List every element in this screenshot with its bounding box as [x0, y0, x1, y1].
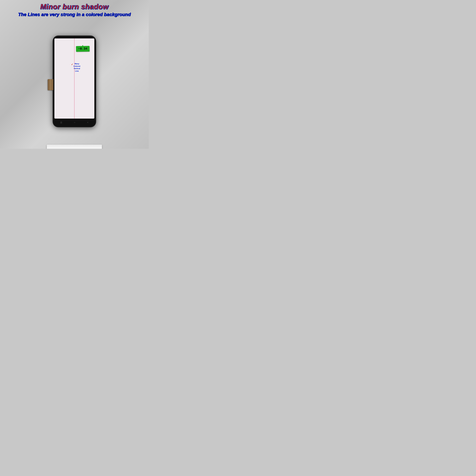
- header: Minor burn shadow The Lines are very str…: [0, 0, 149, 18]
- annotation-text: Many Colored Vertical Line: [74, 63, 80, 72]
- title-main: Minor burn shadow: [3, 2, 146, 11]
- annotation-arrow-icon: ↖: [71, 63, 73, 66]
- phone-screen: ~8.34 ↖ Many Colored Vertical Line: [54, 38, 94, 119]
- nav-recent-icon: |||: [60, 121, 62, 124]
- phone-nav-bar: ||| ○ <: [54, 119, 94, 125]
- nav-home-icon: ○: [74, 121, 75, 124]
- phone-wrapper: ~8.34 ↖ Many Colored Vertical Line ||| ○: [53, 36, 96, 127]
- flex-cable: [48, 79, 53, 90]
- scene: ~8.34 ↖ Many Colored Vertical Line ||| ○: [0, 18, 149, 149]
- phone-device: ~8.34 ↖ Many Colored Vertical Line ||| ○: [53, 36, 96, 127]
- annotation: ↖ Many Colored Vertical Line: [71, 63, 80, 72]
- nav-back-icon: <: [87, 121, 88, 124]
- title-sub: The Lines are very strong in a colored b…: [3, 11, 146, 17]
- phone-stand: [47, 145, 102, 149]
- price-tag: ~8.34: [76, 46, 90, 52]
